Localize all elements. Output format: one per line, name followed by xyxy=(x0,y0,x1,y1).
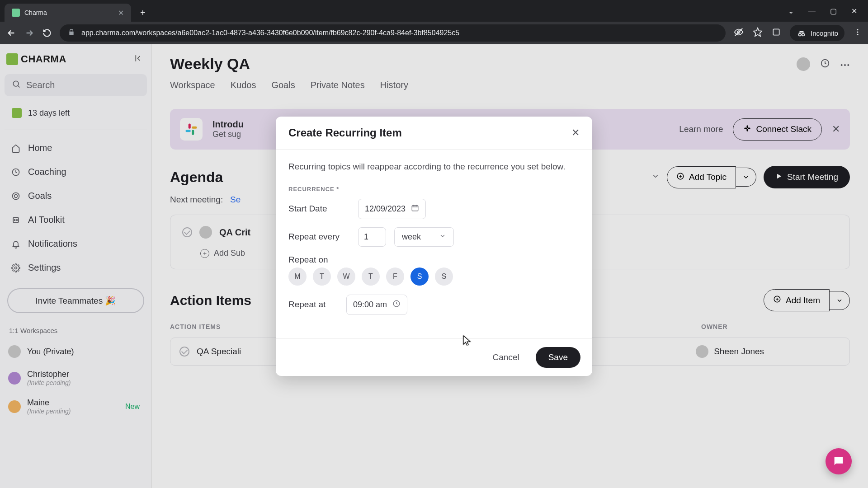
svg-rect-29 xyxy=(412,205,418,211)
repeat-unit-select[interactable]: week xyxy=(394,227,454,247)
start-date-input[interactable]: 12/09/2023 xyxy=(358,199,426,219)
repeat-at-value: 09:00 am xyxy=(353,300,387,310)
svg-point-8 xyxy=(857,34,859,35)
eye-off-icon[interactable] xyxy=(734,27,744,39)
minimize-icon[interactable]: ― xyxy=(808,7,816,15)
chat-icon xyxy=(832,455,845,468)
browser-tab[interactable]: Charma ✕ xyxy=(5,4,131,22)
save-button[interactable]: Save xyxy=(536,347,580,368)
reload-icon[interactable] xyxy=(42,28,52,38)
repeat-every-value: 1 xyxy=(364,232,368,241)
omnibox[interactable]: app.charma.com/workspaces/a6e00ac2-1ac0-… xyxy=(60,24,726,42)
incognito-label: Incognito xyxy=(811,29,838,37)
day-thursday[interactable]: T xyxy=(362,267,380,286)
lock-icon xyxy=(68,28,75,38)
start-date-value: 12/09/2023 xyxy=(365,204,406,214)
svg-point-5 xyxy=(802,33,805,36)
day-wednesday[interactable]: W xyxy=(337,267,355,286)
modal-description: Recurring topics will reappear according… xyxy=(288,160,580,173)
recurrence-section-label: RECURRENCE * xyxy=(288,186,580,192)
repeat-every-label: Repeat every xyxy=(288,232,350,242)
repeat-on-label: Repeat on xyxy=(288,255,328,265)
browser-urlbar: app.charma.com/workspaces/a6e00ac2-1ac0-… xyxy=(0,22,868,44)
repeat-at-input[interactable]: 09:00 am xyxy=(346,295,407,315)
svg-point-4 xyxy=(799,33,802,36)
repeat-unit-value: week xyxy=(402,232,421,242)
tab-title: Charma xyxy=(24,9,47,16)
new-tab-button[interactable]: + xyxy=(140,8,146,18)
clock-icon[interactable] xyxy=(392,300,401,310)
day-monday[interactable]: M xyxy=(288,267,307,286)
calendar-icon[interactable] xyxy=(411,204,419,214)
extensions-icon[interactable] xyxy=(772,28,781,38)
day-saturday[interactable]: S xyxy=(410,267,429,286)
day-friday[interactable]: F xyxy=(386,267,404,286)
repeat-on-days: M T W T F S S xyxy=(288,267,580,286)
day-tuesday[interactable]: T xyxy=(313,267,331,286)
chevron-down-icon xyxy=(439,232,446,242)
repeat-every-input[interactable]: 1 xyxy=(358,227,386,247)
tab-favicon-icon xyxy=(12,9,20,17)
repeat-at-label: Repeat at xyxy=(288,300,338,310)
day-sunday[interactable]: S xyxy=(435,267,453,286)
recurring-item-modal: Create Recurring Item ✕ Recurring topics… xyxy=(276,117,592,376)
modal-title: Create Recurring Item xyxy=(288,127,402,139)
modal-close-icon[interactable]: ✕ xyxy=(571,127,580,139)
incognito-icon xyxy=(796,28,807,38)
start-date-label: Start Date xyxy=(288,204,350,214)
back-icon[interactable] xyxy=(6,28,16,38)
app-root: CHARMA Search 13 days left Home Coaching… xyxy=(0,44,868,488)
cancel-button[interactable]: Cancel xyxy=(486,347,526,368)
star-icon[interactable] xyxy=(753,27,763,39)
incognito-badge[interactable]: Incognito xyxy=(790,25,844,41)
url-text: app.charma.com/workspaces/a6e00ac2-1ac0-… xyxy=(81,29,459,37)
intercom-chat-button[interactable] xyxy=(826,448,852,474)
browser-titlebar: Charma ✕ + ⌄ ― ▢ ✕ xyxy=(0,0,868,22)
forward-icon[interactable] xyxy=(24,28,34,38)
svg-marker-2 xyxy=(754,28,762,36)
modal-overlay[interactable]: Create Recurring Item ✕ Recurring topics… xyxy=(0,44,868,488)
close-window-icon[interactable]: ✕ xyxy=(851,7,857,15)
window-buttons: ⌄ ― ▢ ✕ xyxy=(788,7,868,15)
chevron-down-icon[interactable]: ⌄ xyxy=(788,7,794,15)
maximize-icon[interactable]: ▢ xyxy=(830,7,837,15)
kebab-menu-icon[interactable] xyxy=(854,28,862,38)
svg-point-6 xyxy=(857,29,859,30)
svg-rect-3 xyxy=(773,29,779,35)
svg-point-7 xyxy=(857,32,859,33)
tab-close-icon[interactable]: ✕ xyxy=(118,9,124,17)
